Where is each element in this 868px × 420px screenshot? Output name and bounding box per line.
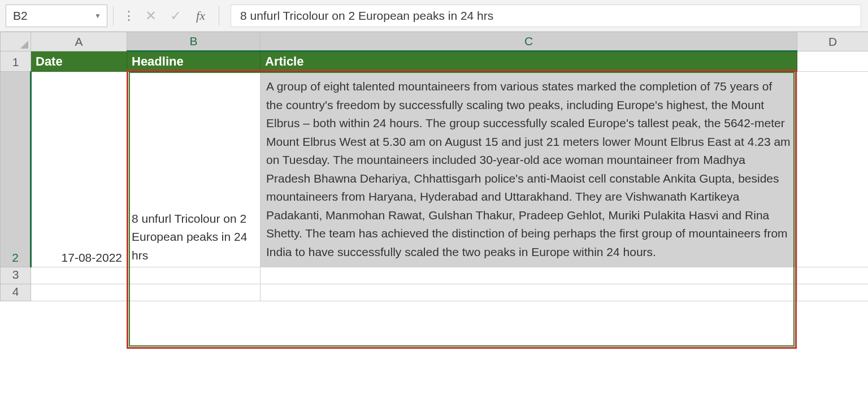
cell-C2-article[interactable]: A group of eight talented mountaineers f…	[261, 72, 797, 267]
separator	[219, 6, 219, 25]
cell-B2-headline[interactable]: 8 unfurl Tricolour on 2 European peaks i…	[127, 72, 261, 267]
col-header-B[interactable]: B	[127, 32, 261, 51]
cell-B3[interactable]	[127, 267, 261, 284]
cell-D2[interactable]	[797, 72, 869, 267]
table-row: 4	[1, 284, 869, 301]
name-box-value: B2	[13, 9, 28, 23]
select-all-corner[interactable]	[1, 32, 31, 51]
table-row: 2 17-08-2022 8 unfurl Tricolour on 2 Eur…	[1, 72, 869, 267]
header-headline[interactable]: Headline	[127, 51, 261, 72]
cell-A2-date[interactable]: 17-08-2022	[31, 72, 127, 267]
cell-D4[interactable]	[797, 284, 869, 301]
formula-bar-input-wrap	[231, 5, 861, 27]
col-header-A[interactable]: A	[31, 32, 127, 51]
cell-D1[interactable]	[797, 51, 869, 72]
formula-bar-strip: B2 ▼ ⋮ ✕ ✓ fx	[0, 0, 868, 32]
insert-function-button[interactable]: fx	[188, 5, 213, 27]
accept-formula-button[interactable]: ✓	[163, 5, 188, 27]
row-header-4[interactable]: 4	[1, 284, 31, 301]
cell-B4[interactable]	[127, 284, 261, 301]
column-header-row: A B C D	[1, 32, 869, 51]
cell-C3[interactable]	[261, 267, 797, 284]
cell-D3[interactable]	[797, 267, 869, 284]
table-header-row: 1 Date Headline Article	[1, 51, 869, 72]
name-box[interactable]: B2 ▼	[6, 5, 107, 27]
header-article[interactable]: Article	[261, 51, 797, 72]
cell-A3[interactable]	[31, 267, 127, 284]
chevron-down-icon: ▼	[94, 12, 101, 20]
fx-icon: fx	[196, 8, 205, 23]
cell-A4[interactable]	[31, 284, 127, 301]
sheet-table: A B C D 1 Date Headline Article 2 17-08-…	[0, 32, 868, 301]
row-header-3[interactable]: 3	[1, 267, 31, 284]
row-header-2[interactable]: 2	[1, 72, 31, 267]
spreadsheet-grid[interactable]: A B C D 1 Date Headline Article 2 17-08-…	[0, 32, 868, 301]
formula-bar-input[interactable]	[239, 8, 853, 23]
col-header-D[interactable]: D	[797, 32, 869, 51]
cancel-formula-button[interactable]: ✕	[138, 5, 163, 27]
header-date[interactable]: Date	[31, 51, 127, 72]
row-header-1[interactable]: 1	[1, 51, 31, 72]
table-row: 3	[1, 267, 869, 284]
more-dots-icon: ⋮	[119, 8, 138, 23]
separator	[113, 6, 114, 25]
cell-C4[interactable]	[261, 284, 797, 301]
col-header-C[interactable]: C	[261, 32, 797, 51]
